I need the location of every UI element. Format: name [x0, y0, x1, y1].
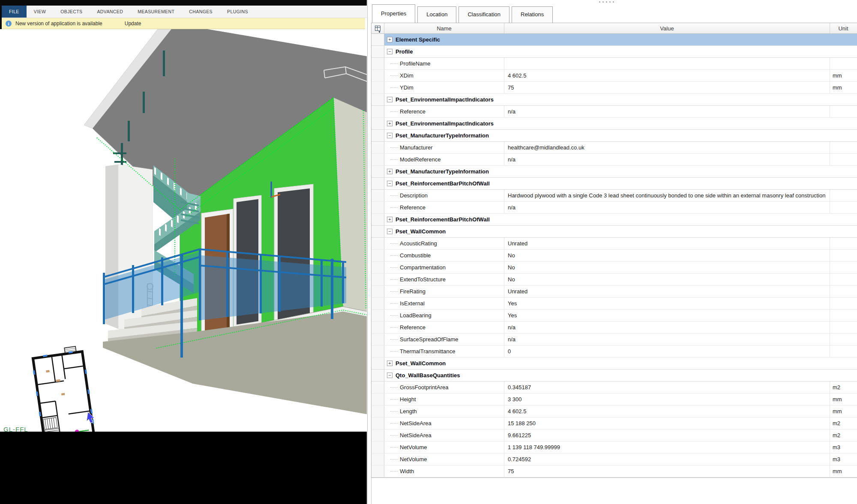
property-row[interactable]: NetSideArea9.661225m2 — [372, 429, 857, 441]
property-row[interactable]: CompartmentationNo — [372, 262, 857, 274]
row-selector[interactable] — [372, 46, 384, 57]
group-row[interactable]: −Pset_ManufacturerTypeInformation — [372, 130, 857, 142]
row-selector[interactable] — [372, 286, 384, 297]
column-header-name[interactable]: Name — [384, 23, 504, 33]
property-row[interactable]: IsExternalYes — [372, 298, 857, 310]
model-canvas[interactable]: GL-FFL — [0, 29, 367, 432]
collapse-minus-icon[interactable]: − — [387, 373, 393, 378]
property-row[interactable]: DescriptionHardwood plywood with a singl… — [372, 190, 857, 202]
property-value[interactable]: n/a — [504, 106, 830, 117]
property-row[interactable]: YDim75mm — [372, 82, 857, 94]
property-value[interactable]: 3 300 — [504, 394, 830, 405]
property-value[interactable]: Yes — [504, 298, 830, 309]
tab-classification[interactable]: Classification — [458, 6, 509, 23]
menu-item-plugins[interactable]: PLUGINS — [220, 6, 255, 18]
model-viewport[interactable]: GL-FFL — [0, 29, 367, 432]
property-value[interactable]: healthcare@midlandlead.co.uk — [504, 142, 830, 153]
floor-plan-minimap[interactable] — [31, 346, 96, 432]
row-selector[interactable] — [372, 262, 384, 273]
row-selector[interactable] — [372, 441, 384, 453]
expand-plus-icon[interactable]: + — [387, 361, 393, 366]
property-value[interactable]: No — [504, 274, 830, 285]
property-row[interactable]: ProfileName — [372, 58, 857, 70]
collapse-minus-icon[interactable]: − — [387, 133, 393, 138]
collapse-minus-icon[interactable]: − — [387, 49, 393, 54]
menu-item-file[interactable]: FILE — [2, 6, 27, 18]
property-row[interactable]: Referencen/a — [372, 106, 857, 118]
column-chooser[interactable]: ▼ — [372, 23, 384, 33]
expand-plus-icon[interactable]: + — [387, 37, 393, 42]
property-row[interactable]: Referencen/a — [372, 322, 857, 334]
row-selector[interactable] — [372, 322, 384, 333]
row-selector[interactable] — [372, 238, 384, 249]
row-selector[interactable] — [372, 453, 384, 465]
property-value[interactable]: Hardwood plywood with a single Code 3 le… — [504, 190, 830, 201]
tab-properties[interactable]: Properties — [372, 4, 415, 23]
collapse-minus-icon[interactable]: − — [387, 181, 393, 186]
row-selector[interactable] — [372, 382, 384, 393]
menu-item-view[interactable]: VIEW — [27, 6, 53, 18]
property-row[interactable]: Manufacturerhealthcare@midlandlead.co.uk — [372, 142, 857, 154]
row-selector[interactable] — [372, 130, 384, 141]
property-row[interactable]: AcousticRatingUnrated — [372, 238, 857, 250]
property-value[interactable]: 9.661225 — [504, 429, 830, 441]
property-value[interactable]: No — [504, 262, 830, 273]
property-row[interactable]: NetVolume1 139 118 749.99999m3 — [372, 441, 857, 453]
collapse-minus-icon[interactable]: − — [387, 229, 393, 234]
property-row[interactable]: GrossFootprintArea0.345187m2 — [372, 382, 857, 394]
row-selector[interactable] — [372, 346, 384, 357]
row-selector[interactable] — [372, 310, 384, 321]
row-selector[interactable] — [372, 58, 384, 69]
property-value[interactable]: 4 602.5 — [504, 70, 830, 81]
menu-item-advanced[interactable]: ADVANCED — [90, 6, 130, 18]
row-selector[interactable] — [372, 190, 384, 201]
property-row[interactable]: Length4 602.5mm — [372, 406, 857, 418]
row-selector[interactable] — [372, 334, 384, 345]
row-selector[interactable] — [372, 142, 384, 153]
property-row[interactable]: ExtendToStructureNo — [372, 274, 857, 286]
group-row[interactable]: −Pset_WallCommon — [372, 226, 857, 238]
collapse-minus-icon[interactable]: − — [387, 97, 393, 102]
row-selector[interactable] — [372, 202, 384, 213]
row-selector[interactable] — [372, 94, 384, 105]
property-value[interactable]: 75 — [504, 465, 830, 477]
row-selector[interactable] — [372, 358, 384, 369]
expand-plus-icon[interactable]: + — [387, 121, 393, 126]
property-value[interactable]: Unrated — [504, 238, 830, 249]
property-row[interactable]: NetVolume0.724592m3 — [372, 453, 857, 465]
property-value[interactable]: 75 — [504, 82, 830, 93]
property-row[interactable]: Referencen/a — [372, 202, 857, 214]
property-row[interactable]: Height3 300mm — [372, 394, 857, 406]
menu-item-changes[interactable]: CHANGES — [182, 6, 220, 18]
row-selector[interactable] — [372, 34, 384, 45]
group-row[interactable]: −Qto_WallBaseQuantities — [372, 370, 857, 382]
column-header-value[interactable]: Value — [504, 23, 830, 33]
group-row[interactable]: +Pset_ManufacturerTypeInformation — [372, 166, 857, 178]
expand-plus-icon[interactable]: + — [387, 169, 393, 174]
row-selector[interactable] — [372, 82, 384, 93]
group-row[interactable]: +Pset_ReinforcementBarPitchOfWall — [372, 214, 857, 226]
expand-plus-icon[interactable]: + — [387, 217, 393, 222]
row-selector[interactable] — [372, 166, 384, 177]
row-selector[interactable] — [372, 154, 384, 165]
row-selector[interactable] — [372, 406, 384, 417]
group-row[interactable]: −Profile — [372, 46, 857, 58]
group-row[interactable]: +Pset_WallCommon — [372, 358, 857, 370]
group-row[interactable]: +Pset_EnvironmentalImpactIndicators — [372, 118, 857, 130]
property-row[interactable]: SurfaceSpreadOfFlamen/a — [372, 334, 857, 346]
property-row[interactable]: CombustibleNo — [372, 250, 857, 262]
row-selector[interactable] — [372, 298, 384, 309]
menu-item-objects[interactable]: OBJECTS — [53, 6, 90, 18]
property-row[interactable]: ModelReferencen/a — [372, 154, 857, 166]
group-row[interactable]: +Element Specific — [372, 34, 857, 46]
property-value[interactable]: 1 139 118 749.99999 — [504, 441, 830, 453]
row-selector[interactable] — [372, 214, 384, 225]
tab-location[interactable]: Location — [417, 6, 456, 23]
property-value[interactable]: 0.724592 — [504, 453, 830, 465]
tab-relations[interactable]: Relations — [512, 6, 553, 23]
row-selector[interactable] — [372, 429, 384, 441]
property-value[interactable]: n/a — [504, 154, 830, 165]
property-value[interactable]: 0 — [504, 346, 830, 357]
property-value[interactable]: n/a — [504, 202, 830, 213]
property-value[interactable]: 15 188 250 — [504, 418, 830, 429]
